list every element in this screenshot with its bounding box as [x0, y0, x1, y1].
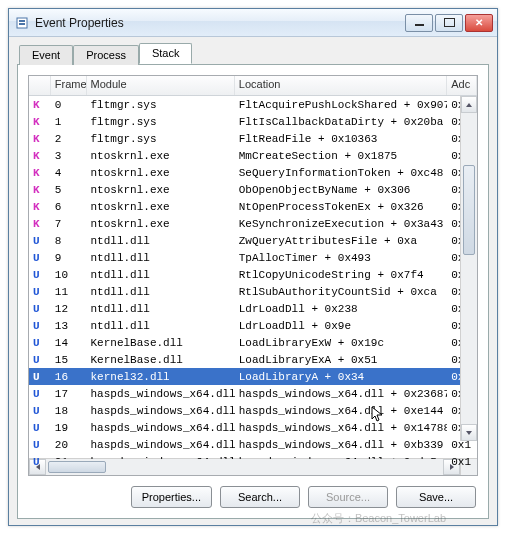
column-address[interactable]: Adc: [447, 76, 477, 95]
table-row[interactable]: U20haspds_windows_x64.dllhaspds_windows_…: [29, 436, 477, 453]
window-title: Event Properties: [35, 16, 405, 30]
mode-mark: K: [29, 183, 51, 197]
column-module[interactable]: Module: [87, 76, 235, 95]
cell-module: ntoskrnl.exe: [86, 149, 234, 163]
properties-button[interactable]: Properties...: [131, 486, 212, 508]
cell-address: 0x1: [447, 455, 477, 469]
cell-location: haspds_windows_x64.dll + 0x23687: [235, 387, 448, 401]
table-row[interactable]: U15KernelBase.dllLoadLibraryExA + 0x510x…: [29, 351, 477, 368]
mode-mark: U: [29, 404, 51, 418]
mode-mark: K: [29, 115, 51, 129]
tab-panel: Frame Module Location Adc K0fltmgr.sysFl…: [17, 64, 489, 519]
table-row[interactable]: U13ntdll.dllLdrLoadDll + 0x9e0x7: [29, 317, 477, 334]
cell-module: ntoskrnl.exe: [86, 217, 234, 231]
vertical-scrollbar[interactable]: [460, 96, 477, 441]
table-row[interactable]: U10ntdll.dllRtlCopyUnicodeString + 0x7f4…: [29, 266, 477, 283]
table-row[interactable]: U19haspds_windows_x64.dllhaspds_windows_…: [29, 419, 477, 436]
cell-location: ObOpenObjectByName + 0x306: [235, 183, 448, 197]
mode-mark: U: [29, 370, 51, 384]
tab-event[interactable]: Event: [19, 45, 73, 65]
cell-frame: 17: [51, 387, 87, 401]
mode-mark: U: [29, 353, 51, 367]
mode-mark: K: [29, 149, 51, 163]
table-row[interactable]: U9ntdll.dllTpAllocTimer + 0x4930x7: [29, 249, 477, 266]
table-row[interactable]: K0fltmgr.sysFltAcquirePushLockShared + 0…: [29, 96, 477, 113]
cell-frame: 9: [51, 251, 87, 265]
cell-frame: 16: [51, 370, 87, 384]
mode-mark: U: [29, 302, 51, 316]
vertical-scroll-track[interactable]: [461, 113, 477, 424]
stack-grid: Frame Module Location Adc K0fltmgr.sysFl…: [28, 75, 478, 476]
table-row[interactable]: U12ntdll.dllLdrLoadDll + 0x2380x7: [29, 300, 477, 317]
mode-mark: K: [29, 132, 51, 146]
maximize-button[interactable]: [435, 14, 463, 32]
tab-process[interactable]: Process: [73, 45, 139, 65]
table-row[interactable]: K6ntoskrnl.exeNtOpenProcessTokenEx + 0x3…: [29, 198, 477, 215]
table-row[interactable]: K3ntoskrnl.exeMmCreateSection + 0x18750x…: [29, 147, 477, 164]
table-row[interactable]: K2fltmgr.sysFltReadFile + 0x103630xf: [29, 130, 477, 147]
scroll-up-arrow[interactable]: [461, 96, 477, 113]
cell-location: haspds_windows_x64.dll + 0xb339: [235, 438, 448, 452]
cell-module: KernelBase.dll: [86, 353, 234, 367]
titlebar[interactable]: Event Properties: [9, 9, 497, 37]
tab-bar: Event Process Stack: [9, 37, 497, 64]
mode-mark: K: [29, 98, 51, 112]
table-row[interactable]: U14KernelBase.dllLoadLibraryExW + 0x19c0…: [29, 334, 477, 351]
column-mode[interactable]: [29, 76, 51, 95]
table-row[interactable]: U17haspds_windows_x64.dllhaspds_windows_…: [29, 385, 477, 402]
table-row[interactable]: U18haspds_windows_x64.dllhaspds_windows_…: [29, 402, 477, 419]
vertical-scroll-thumb[interactable]: [463, 165, 475, 255]
close-button[interactable]: [465, 14, 493, 32]
mode-mark: K: [29, 200, 51, 214]
cell-module: ntoskrnl.exe: [86, 183, 234, 197]
horizontal-scroll-track[interactable]: [46, 459, 443, 475]
cell-module: fltmgr.sys: [86, 115, 234, 129]
cell-module: ntdll.dll: [86, 234, 234, 248]
mode-mark: U: [29, 438, 51, 452]
source-button[interactable]: Source...: [308, 486, 388, 508]
cell-location: haspds_windows_x64.dll + 0xe144: [235, 404, 448, 418]
cell-location: FltReadFile + 0x10363: [235, 132, 448, 146]
cell-location: FltIsCallbackDataDirty + 0x20ba: [235, 115, 448, 129]
cell-location: TpAllocTimer + 0x493: [235, 251, 448, 265]
table-row[interactable]: K4ntoskrnl.exeSeQueryInformationToken + …: [29, 164, 477, 181]
cell-module: fltmgr.sys: [86, 132, 234, 146]
cell-frame: 0: [51, 98, 87, 112]
cell-frame: 20: [51, 438, 87, 452]
table-row[interactable]: K7ntoskrnl.exeKeSynchronizeExecution + 0…: [29, 215, 477, 232]
cell-module: kernel32.dll: [86, 370, 234, 384]
grid-body[interactable]: K0fltmgr.sysFltAcquirePushLockShared + 0…: [29, 96, 477, 470]
search-button[interactable]: Search...: [220, 486, 300, 508]
svg-rect-2: [19, 23, 25, 25]
cell-module: ntdll.dll: [86, 251, 234, 265]
column-frame[interactable]: Frame: [51, 76, 87, 95]
event-properties-window: Event Properties Event Process Stack Fra…: [8, 8, 498, 526]
cell-location: LoadLibraryA + 0x34: [235, 370, 448, 384]
scroll-down-arrow[interactable]: [461, 424, 477, 441]
app-icon: [15, 15, 31, 31]
table-row[interactable]: K5ntoskrnl.exeObOpenObjectByName + 0x306…: [29, 181, 477, 198]
horizontal-scrollbar[interactable]: [29, 458, 477, 475]
cell-frame: 5: [51, 183, 87, 197]
svg-rect-1: [19, 20, 25, 22]
cell-frame: 12: [51, 302, 87, 316]
cell-frame: 10: [51, 268, 87, 282]
horizontal-scroll-thumb[interactable]: [48, 461, 106, 473]
table-row[interactable]: U8ntdll.dllZwQueryAttributesFile + 0xa0x…: [29, 232, 477, 249]
save-button[interactable]: Save...: [396, 486, 476, 508]
tab-stack[interactable]: Stack: [139, 43, 193, 64]
cell-module: fltmgr.sys: [86, 98, 234, 112]
minimize-button[interactable]: [405, 14, 433, 32]
table-row[interactable]: U11ntdll.dllRtlSubAuthorityCountSid + 0x…: [29, 283, 477, 300]
column-location[interactable]: Location: [235, 76, 447, 95]
cell-frame: 19: [51, 421, 87, 435]
cell-module: ntoskrnl.exe: [86, 200, 234, 214]
cell-location: RtlCopyUnicodeString + 0x7f4: [235, 268, 448, 282]
cell-module: ntdll.dll: [86, 268, 234, 282]
mode-mark: U: [29, 319, 51, 333]
mode-mark: U: [29, 251, 51, 265]
cell-frame: 14: [51, 336, 87, 350]
cell-location: LdrLoadDll + 0x238: [235, 302, 448, 316]
table-row[interactable]: K1fltmgr.sysFltIsCallbackDataDirty + 0x2…: [29, 113, 477, 130]
table-row[interactable]: U16kernel32.dllLoadLibraryA + 0x340x7: [29, 368, 477, 385]
